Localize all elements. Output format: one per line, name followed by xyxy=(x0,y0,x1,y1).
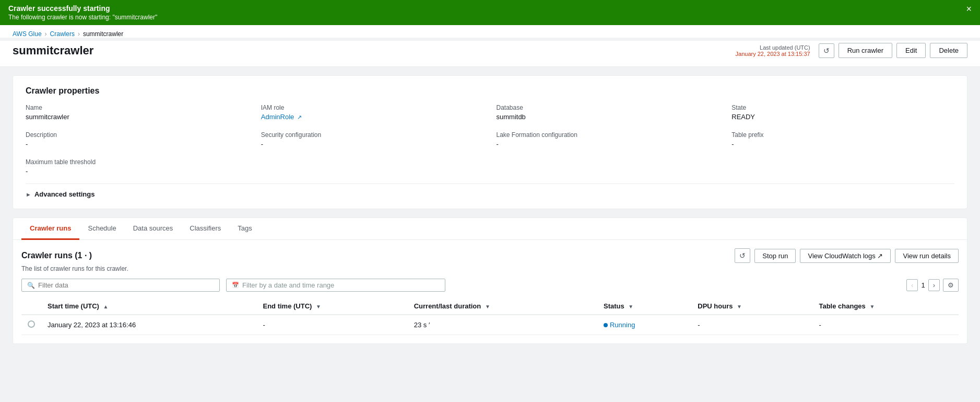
col-header-duration: Current/last duration ▼ xyxy=(408,298,597,315)
last-updated-date: January 22, 2023 at 13:15:37 xyxy=(736,51,810,57)
advanced-settings-toggle[interactable]: ► Advanced settings xyxy=(26,183,954,198)
property-iam-value: AdminRole ↗ xyxy=(261,113,484,121)
property-security-value: - xyxy=(261,140,484,148)
row-radio-button[interactable] xyxy=(28,320,35,328)
crawler-runs-table: Start time (UTC) ▲ End time (UTC) ▼ Curr… xyxy=(21,298,959,335)
pagination-next-button[interactable]: › xyxy=(928,279,940,291)
property-database-label: Database xyxy=(497,104,719,111)
property-iam-role: IAM role AdminRole ↗ xyxy=(261,104,484,121)
property-table-prefix: Table prefix - xyxy=(731,131,954,148)
runs-title-wrap: Crawler runs (1 · ) xyxy=(21,251,92,260)
page-number: 1 xyxy=(921,281,925,289)
breadcrumb: AWS Glue › Crawlers › summitcrawler xyxy=(13,30,967,38)
property-name-label: Name xyxy=(26,104,249,111)
row-table-changes: - xyxy=(812,315,959,335)
property-description-value: - xyxy=(26,140,249,148)
col-header-end-time: End time (UTC) ▼ xyxy=(256,298,407,315)
crawler-runs-content: Crawler runs (1 · ) ↺ Stop run View Clou… xyxy=(13,240,967,343)
status-text: Running xyxy=(610,321,635,329)
run-crawler-button[interactable]: Run crawler xyxy=(839,43,892,58)
row-duration: 23 s ′ xyxy=(408,315,597,335)
tab-data-sources[interactable]: Data sources xyxy=(125,218,182,240)
runs-title-text: Crawler runs xyxy=(21,251,73,260)
date-filter-wrap[interactable]: 📅 Filter by a date and time range xyxy=(226,279,445,292)
property-database: Database summitdb xyxy=(497,104,719,121)
sort-desc-icon-status[interactable]: ▼ xyxy=(628,304,633,309)
filter-bar: 🔍 📅 Filter by a date and time range ‹ 1 … xyxy=(21,279,959,292)
property-lake-label: Lake Formation configuration xyxy=(497,131,719,139)
runs-count: (1 · ) xyxy=(75,251,92,260)
tabs-container: Crawler runs Schedule Data sources Class… xyxy=(13,217,967,344)
filter-input[interactable] xyxy=(38,281,214,289)
stop-run-button[interactable]: Stop run xyxy=(754,249,796,263)
runs-actions: ↺ Stop run View CloudWatch logs ↗ View r… xyxy=(735,248,959,263)
sort-asc-icon[interactable]: ▲ xyxy=(103,304,109,309)
tab-tags[interactable]: Tags xyxy=(229,218,260,240)
delete-button[interactable]: Delete xyxy=(930,43,967,58)
table-header: Start time (UTC) ▲ End time (UTC) ▼ Curr… xyxy=(21,298,959,315)
breadcrumb-sep-2: › xyxy=(78,30,80,38)
runs-subtitle: The list of crawler runs for this crawle… xyxy=(21,265,959,272)
sort-desc-icon-end[interactable]: ▼ xyxy=(316,304,321,309)
ext-link-icon: ↗ xyxy=(297,114,302,120)
property-table-prefix-value: - xyxy=(731,140,954,148)
property-name-value: summitcrawler xyxy=(26,113,249,121)
property-iam-label: IAM role xyxy=(261,104,484,111)
properties-grid: Name summitcrawler IAM role AdminRole ↗ … xyxy=(26,104,954,175)
sort-desc-icon-dpu[interactable]: ▼ xyxy=(737,304,742,309)
col-header-select xyxy=(21,298,41,315)
view-cloudwatch-button[interactable]: View CloudWatch logs ↗ xyxy=(800,249,891,263)
property-state: State READY xyxy=(731,104,954,121)
success-banner: Crawler successfully starting The follow… xyxy=(0,0,980,25)
duration-value: 23 s xyxy=(414,321,427,329)
advanced-settings-label: Advanced settings xyxy=(34,190,95,198)
chevron-right-icon: ► xyxy=(26,191,31,198)
admin-role-link[interactable]: AdminRole xyxy=(261,113,294,121)
property-security-config: Security configuration - xyxy=(261,131,484,148)
search-icon: 🔍 xyxy=(27,282,35,289)
status-dot-icon xyxy=(604,323,608,327)
row-dpu-hours: - xyxy=(691,315,812,335)
property-description-label: Description xyxy=(26,131,249,139)
property-name: Name summitcrawler xyxy=(26,104,249,121)
edit-button[interactable]: Edit xyxy=(896,43,926,58)
breadcrumb-bar: AWS Glue › Crawlers › summitcrawler xyxy=(0,25,980,38)
row-start-time: January 22, 2023 at 13:16:46 xyxy=(41,315,256,335)
tab-classifiers[interactable]: Classifiers xyxy=(181,218,229,240)
search-input-wrap: 🔍 xyxy=(21,279,220,292)
tab-schedule[interactable]: Schedule xyxy=(79,218,124,240)
property-database-value: summitdb xyxy=(497,113,719,121)
col-status-label: Status xyxy=(604,302,624,310)
property-security-label: Security configuration xyxy=(261,131,484,139)
table-body: January 22, 2023 at 13:16:46 - 23 s ′ Ru… xyxy=(21,315,959,335)
banner-close-button[interactable]: × xyxy=(966,4,972,14)
refresh-button[interactable]: ↺ xyxy=(819,43,834,58)
sort-desc-icon-table[interactable]: ▼ xyxy=(869,304,875,309)
table-settings-button[interactable]: ⚙ xyxy=(943,279,959,292)
header-actions: Last updated (UTC) January 22, 2023 at 1… xyxy=(736,43,967,58)
pagination-prev-button[interactable]: ‹ xyxy=(906,279,918,291)
view-run-details-button[interactable]: View run details xyxy=(895,249,959,263)
breadcrumb-crawlers[interactable]: Crawlers xyxy=(50,30,75,38)
breadcrumb-sep-1: › xyxy=(45,30,47,38)
breadcrumb-current: summitcrawler xyxy=(83,30,123,38)
runs-refresh-button[interactable]: ↺ xyxy=(735,248,750,263)
breadcrumb-aws-glue[interactable]: AWS Glue xyxy=(13,30,42,38)
property-lake-formation: Lake Formation configuration - xyxy=(497,131,719,148)
runs-header: Crawler runs (1 · ) ↺ Stop run View Clou… xyxy=(21,248,959,263)
crawler-properties-card: Crawler properties Name summitcrawler IA… xyxy=(13,75,967,209)
pagination-wrap: ‹ 1 › ⚙ xyxy=(906,279,959,292)
tabs-nav: Crawler runs Schedule Data sources Class… xyxy=(13,218,967,240)
main-content: Crawler properties Name summitcrawler IA… xyxy=(0,67,980,352)
duration-mark: ′ xyxy=(429,321,430,329)
status-badge: Running xyxy=(604,321,635,329)
tab-crawler-runs[interactable]: Crawler runs xyxy=(21,218,79,240)
col-start-time-label: Start time (UTC) xyxy=(48,302,99,310)
row-status: Running xyxy=(597,315,691,335)
col-dpu-label: DPU hours xyxy=(698,302,733,310)
property-state-label: State xyxy=(731,104,954,111)
sort-desc-icon-duration[interactable]: ▼ xyxy=(485,304,490,309)
property-max-threshold-label: Maximum table threshold xyxy=(26,158,249,166)
col-header-dpu: DPU hours ▼ xyxy=(691,298,812,315)
property-max-threshold-value: - xyxy=(26,167,249,175)
